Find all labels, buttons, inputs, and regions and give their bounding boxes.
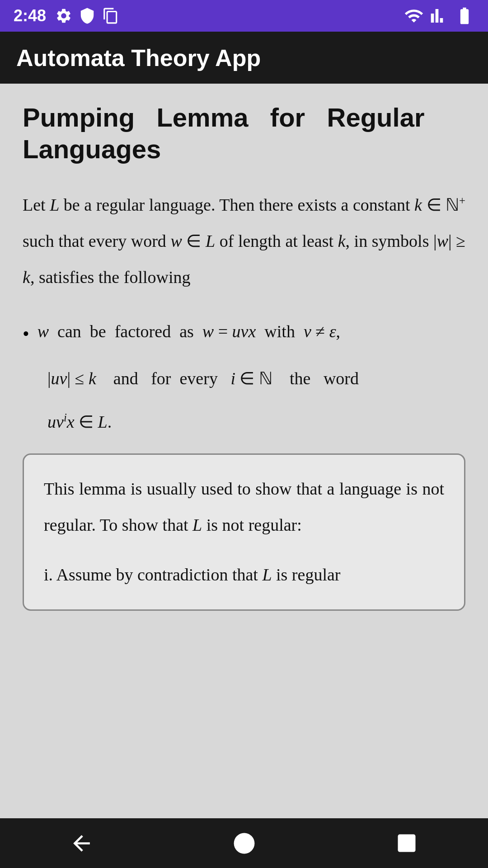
note-box: This lemma is usually used to show that …: [23, 453, 465, 610]
intro-paragraph: Let L be a regular language. Then there …: [23, 187, 465, 295]
copy-icon: [102, 7, 119, 24]
back-button[interactable]: [63, 825, 99, 861]
battery-icon: [455, 6, 474, 26]
note-text: This lemma is usually used to show that …: [44, 471, 444, 543]
indent-line-2: uvix ∈ L.: [23, 404, 465, 440]
recents-button[interactable]: [389, 825, 425, 861]
note-step-1: i. Assume by contradiction that L is reg…: [44, 557, 444, 593]
status-bar: 2:48: [0, 0, 488, 32]
app-title: Automata Theory App: [16, 44, 261, 71]
svg-rect-1: [398, 835, 416, 852]
bullet-text-1: w can be factored as w = uvx with v ≠ ε,: [38, 314, 465, 350]
status-time: 2:48: [14, 6, 46, 25]
settings-icon: [55, 7, 72, 24]
content-area: Pumping Lemma for Regular Languages Let …: [0, 84, 488, 818]
home-icon: [232, 831, 257, 856]
back-icon: [69, 831, 94, 856]
shield-icon: [79, 7, 96, 24]
wifi-icon: [404, 6, 424, 26]
home-button[interactable]: [226, 825, 262, 861]
app-header: Automata Theory App: [0, 32, 488, 84]
indent-line-1: |uv| ≤ k and for every i ∈ ℕ the word: [23, 361, 465, 397]
recents-icon: [395, 831, 418, 855]
nav-bar: [0, 818, 488, 868]
signal-icon: [430, 7, 448, 25]
bullet-section: • w can be factored as w = uvx with v ≠ …: [23, 314, 465, 440]
bullet-item-1: • w can be factored as w = uvx with v ≠ …: [23, 314, 465, 354]
page-title: Pumping Lemma for Regular Languages: [23, 102, 465, 165]
svg-point-0: [234, 833, 254, 854]
bullet-dot: •: [23, 314, 29, 354]
